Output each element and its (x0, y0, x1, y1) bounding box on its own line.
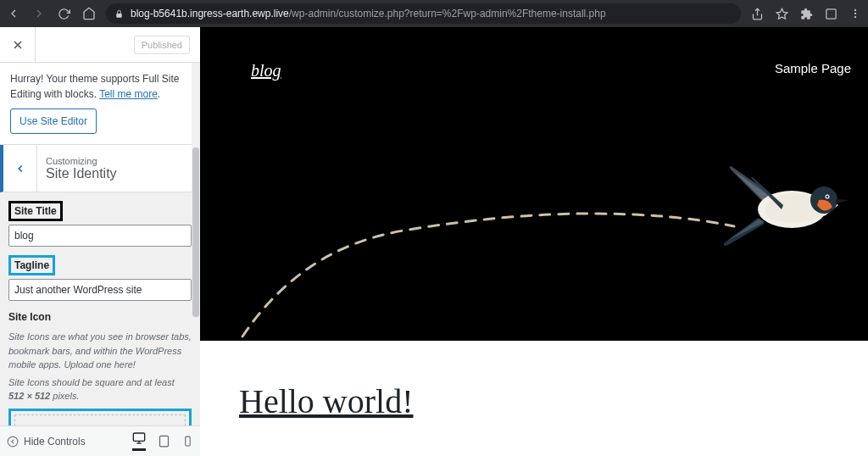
select-site-icon-wrap: Select site icon (8, 409, 192, 426)
svg-point-9 (8, 437, 18, 447)
svg-marker-2 (776, 8, 787, 19)
svg-rect-15 (186, 437, 190, 446)
nav-buttons (7, 7, 96, 20)
menu-icon[interactable] (849, 8, 861, 19)
bird-illustration (724, 163, 851, 256)
fse-notice: Hurray! Your theme supports Full Site Ed… (0, 63, 200, 145)
breadcrumb: Customizing (46, 156, 117, 166)
site-icon-label: Site Icon (8, 311, 51, 323)
svg-rect-13 (160, 436, 169, 447)
section-header: Customizing Site Identity (0, 145, 200, 192)
hide-controls-label: Hide Controls (24, 436, 86, 448)
svg-rect-0 (116, 14, 121, 18)
nav-sample-page[interactable]: Sample Page (775, 61, 851, 75)
desktop-icon[interactable] (132, 431, 146, 451)
use-site-editor-button[interactable]: Use Site Editor (10, 108, 97, 134)
svg-point-20 (826, 196, 829, 198)
account-icon[interactable] (825, 8, 837, 20)
chevron-left-circle-icon (7, 436, 19, 448)
tagline-label: Tagline (8, 255, 55, 275)
section-titles: Customizing Site Identity (37, 156, 117, 181)
share-icon[interactable] (751, 8, 764, 20)
customizer-footer: Hide Controls (0, 425, 200, 456)
workspace: Published Hurray! Your theme supports Fu… (0, 27, 868, 456)
notice-text: Hurray! Your theme supports Full Site Ed… (10, 73, 179, 100)
lock-icon (114, 9, 124, 19)
tagline-input[interactable] (8, 279, 192, 301)
customizer-body: Site Title Tagline Site Icon Site Icons … (0, 192, 200, 425)
bird-trail-decoration (234, 197, 743, 341)
mobile-icon[interactable] (182, 435, 193, 448)
publish-status-button[interactable]: Published (134, 36, 190, 54)
url-text: blog-b5641b.ingress-earth.ewp.live/wp-ad… (131, 8, 606, 19)
svg-point-5 (854, 13, 856, 14)
section-title: Site Identity (46, 166, 117, 181)
select-site-icon-button[interactable]: Select site icon (14, 414, 186, 426)
back-button[interactable] (3, 145, 37, 192)
site-title-link[interactable]: blog (251, 61, 281, 81)
sidebar-scrollbar[interactable] (192, 63, 200, 425)
svg-point-6 (854, 16, 856, 18)
svg-rect-10 (133, 433, 144, 441)
scrollbar-thumb[interactable] (192, 147, 199, 317)
close-icon (11, 38, 25, 52)
close-customizer-button[interactable] (0, 27, 36, 63)
browser-toolbar: blog-b5641b.ingress-earth.ewp.live/wp-ad… (0, 0, 868, 27)
star-icon[interactable] (776, 8, 788, 20)
customizer-header: Published (0, 27, 200, 63)
device-preview-icons (132, 431, 193, 451)
forward-icon[interactable] (32, 7, 46, 20)
site-title-label: Site Title (8, 201, 63, 221)
site-title-input[interactable] (8, 225, 192, 247)
back-icon[interactable] (7, 7, 20, 20)
chevron-left-icon (14, 163, 26, 175)
tablet-icon[interactable] (158, 435, 170, 448)
site-content: Hello world! (200, 341, 868, 456)
svg-rect-3 (826, 8, 836, 18)
svg-point-4 (854, 9, 856, 11)
reload-icon[interactable] (58, 8, 70, 20)
tell-me-more-link[interactable]: Tell me more (99, 88, 158, 100)
address-bar[interactable]: blog-b5641b.ingress-earth.ewp.live/wp-ad… (106, 3, 741, 24)
customizer-panel: Published Hurray! Your theme supports Fu… (0, 27, 200, 456)
browser-right-icons (751, 8, 861, 20)
site-icon-desc-2: Site Icons should be square and at least… (8, 375, 192, 403)
site-header: blog Sample Page (200, 27, 868, 81)
extensions-icon[interactable] (800, 8, 813, 20)
home-icon[interactable] (82, 7, 96, 20)
post-title-link[interactable]: Hello world! (239, 381, 868, 421)
site-icon-desc-1: Site Icons are what you see in browser t… (8, 330, 192, 372)
hide-controls-button[interactable]: Hide Controls (7, 436, 86, 448)
